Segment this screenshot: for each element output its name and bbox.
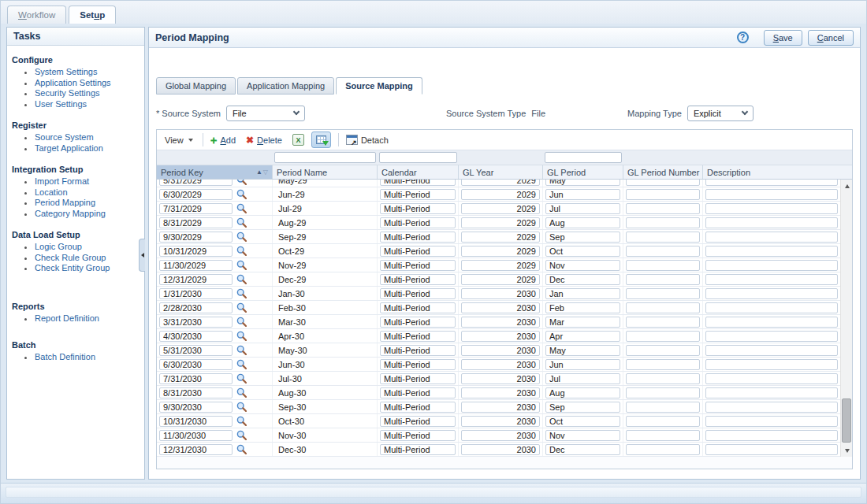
period-key-input[interactable]	[159, 402, 233, 413]
calendar-input[interactable]	[380, 302, 456, 313]
sidebar-link[interactable]: Import Format	[35, 176, 89, 186]
period-key-input[interactable]	[159, 260, 233, 271]
lookup-magnifier-icon[interactable]	[236, 180, 247, 185]
gl-period-number-input[interactable]	[626, 359, 700, 370]
gl-year-input[interactable]	[461, 189, 540, 200]
gl-period-number-input[interactable]	[626, 180, 700, 186]
description-input[interactable]	[705, 430, 838, 441]
gl-period-input[interactable]	[545, 189, 620, 200]
sidebar-link[interactable]: Source System	[35, 132, 94, 142]
column-header-description[interactable]: Description	[703, 165, 840, 179]
period-key-input[interactable]	[159, 387, 233, 398]
period-key-input[interactable]	[159, 331, 233, 342]
mapping-type-select[interactable]: Explicit	[687, 106, 754, 121]
column-header-gl-period[interactable]: GL Period	[543, 165, 623, 179]
description-input[interactable]	[705, 331, 838, 342]
period-key-input[interactable]	[159, 203, 233, 214]
description-input[interactable]	[705, 345, 838, 356]
period-key-input[interactable]	[159, 345, 233, 356]
lookup-magnifier-icon[interactable]	[236, 217, 247, 228]
subtab-global-mapping[interactable]: Global Mapping	[156, 77, 236, 94]
gl-period-input[interactable]	[545, 359, 620, 370]
column-header-calendar[interactable]: Calendar	[378, 165, 459, 179]
sidebar-link[interactable]: User Settings	[35, 99, 87, 109]
gl-period-input[interactable]	[545, 345, 620, 356]
period-key-input[interactable]	[159, 302, 233, 313]
gl-year-input[interactable]	[461, 444, 540, 455]
gl-period-number-input[interactable]	[626, 189, 700, 200]
calendar-input[interactable]	[380, 331, 456, 342]
period-key-input[interactable]	[159, 373, 233, 384]
sidebar-link[interactable]: Category Mapping	[35, 209, 106, 218]
lookup-magnifier-icon[interactable]	[236, 246, 247, 256]
period-key-input[interactable]	[159, 416, 233, 427]
lookup-magnifier-icon[interactable]	[236, 232, 247, 242]
source-system-select[interactable]: File	[226, 106, 305, 121]
period-key-input[interactable]	[159, 180, 233, 186]
help-icon[interactable]: ?	[737, 32, 749, 43]
lookup-magnifier-icon[interactable]	[236, 203, 247, 213]
filter-calendar-input[interactable]	[379, 152, 457, 163]
gl-period-number-input[interactable]	[626, 302, 700, 313]
gl-period-input[interactable]	[545, 416, 620, 427]
sidebar-item-security-settings[interactable]: Security Settings	[35, 88, 144, 98]
lookup-magnifier-icon[interactable]	[236, 317, 247, 327]
gl-period-input[interactable]	[545, 180, 620, 186]
tab-setup[interactable]: Setup	[69, 6, 116, 24]
calendar-input[interactable]	[380, 444, 456, 455]
gl-year-input[interactable]	[461, 203, 540, 214]
period-key-input[interactable]	[159, 189, 233, 200]
gl-period-input[interactable]	[545, 274, 620, 285]
gl-year-input[interactable]	[461, 331, 540, 342]
sidebar-item-category-mapping[interactable]: Category Mapping	[35, 209, 144, 219]
sidebar-link[interactable]: Check Entity Group	[35, 263, 110, 272]
calendar-input[interactable]	[380, 217, 456, 228]
calendar-input[interactable]	[380, 246, 456, 257]
calendar-input[interactable]	[380, 387, 456, 398]
vertical-scrollbar[interactable]	[840, 180, 852, 457]
sidebar-item-target-application[interactable]: Target Application	[35, 143, 144, 154]
sidebar-item-application-settings[interactable]: Application Settings	[35, 78, 144, 88]
add-button[interactable]: + Add	[210, 135, 236, 145]
gl-period-input[interactable]	[545, 402, 620, 413]
sidebar-link[interactable]: Target Application	[35, 143, 103, 153]
sidebar-link[interactable]: Logic Group	[35, 242, 82, 251]
filter-gl-period-input[interactable]	[545, 152, 622, 163]
gl-period-input[interactable]	[545, 444, 620, 455]
period-key-input[interactable]	[159, 232, 233, 243]
gl-period-number-input[interactable]	[626, 203, 700, 214]
gl-year-input[interactable]	[461, 180, 540, 186]
gl-period-input[interactable]	[545, 232, 620, 243]
sidebar-link[interactable]: Batch Definition	[35, 352, 95, 361]
gl-period-number-input[interactable]	[626, 288, 700, 299]
gl-period-input[interactable]	[545, 217, 620, 228]
sidebar-link[interactable]: Period Mapping	[35, 198, 95, 207]
calendar-input[interactable]	[380, 180, 456, 186]
period-key-input[interactable]	[159, 317, 233, 328]
save-button[interactable]: Save	[764, 30, 802, 46]
sidebar-link[interactable]: Location	[35, 187, 68, 197]
description-input[interactable]	[705, 217, 838, 228]
sidebar-item-import-format[interactable]: Import Format	[35, 176, 144, 187]
lookup-magnifier-icon[interactable]	[236, 387, 247, 398]
calendar-input[interactable]	[380, 345, 456, 356]
gl-period-input[interactable]	[545, 203, 620, 214]
sidebar-item-period-mapping[interactable]: Period Mapping	[35, 198, 144, 208]
column-header-period-name[interactable]: Period Name	[273, 165, 378, 179]
sidebar-item-report-definition[interactable]: Report Definition	[35, 313, 144, 324]
period-key-input[interactable]	[159, 246, 233, 257]
description-input[interactable]	[705, 416, 838, 427]
column-header-gl-year[interactable]: GL Year	[459, 165, 543, 179]
calendar-input[interactable]	[380, 359, 456, 370]
gl-period-input[interactable]	[545, 430, 620, 441]
gl-year-input[interactable]	[461, 232, 540, 243]
calendar-input[interactable]	[380, 402, 456, 413]
gl-period-input[interactable]	[545, 288, 620, 299]
description-input[interactable]	[705, 444, 838, 455]
description-input[interactable]	[705, 232, 838, 243]
description-input[interactable]	[705, 288, 838, 299]
calendar-input[interactable]	[380, 416, 456, 427]
gl-period-input[interactable]	[545, 331, 620, 342]
sidebar-link[interactable]: Security Settings	[35, 88, 100, 98]
gl-year-input[interactable]	[461, 260, 540, 271]
